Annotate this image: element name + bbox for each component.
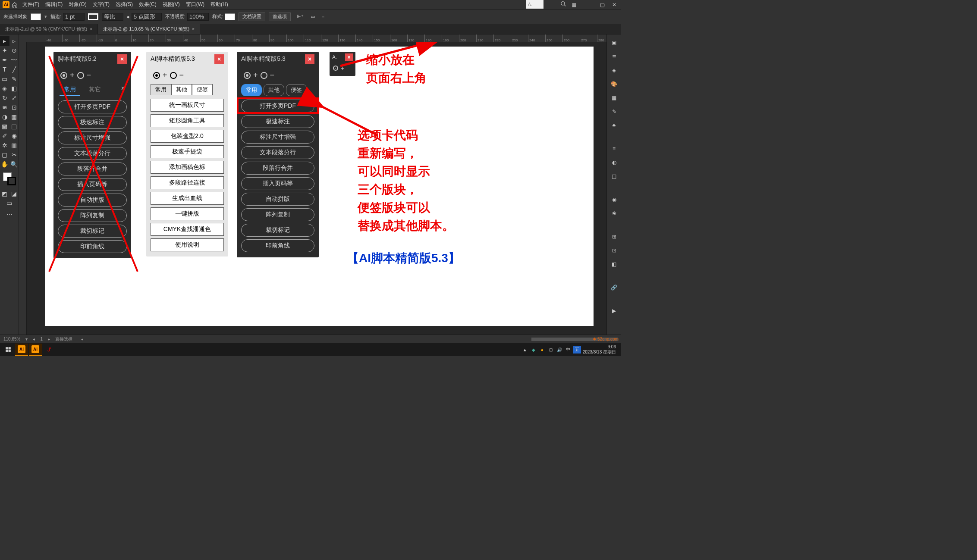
stroke-swatch[interactable] (88, 13, 98, 20)
close-icon[interactable]: × (192, 27, 195, 31)
close-button[interactable]: × (214, 54, 224, 64)
shape-builder-tool-icon[interactable]: ◑ (0, 112, 9, 122)
stroke-weight-input[interactable] (63, 13, 85, 21)
close-icon[interactable]: × (90, 27, 92, 31)
graphic-styles-panel-icon[interactable]: ❀ (609, 209, 619, 218)
script-button[interactable]: 裁切标记 (241, 224, 314, 237)
volume-icon[interactable]: 🔊 (556, 346, 563, 353)
opacity-input[interactable] (187, 13, 209, 21)
script-button[interactable]: 多段路径连接 (151, 176, 224, 189)
perspective-tool-icon[interactable]: ▦ (9, 112, 19, 122)
script-button[interactable]: 统一画板尺寸 (151, 99, 224, 112)
rotate-tool-icon[interactable]: ↻ (0, 93, 9, 103)
tab-common[interactable]: 常用 (241, 84, 262, 96)
doc-setup-button[interactable]: 文档设置 (239, 13, 265, 21)
appearance-panel-icon[interactable]: ◉ (609, 195, 619, 204)
eraser-tool-icon[interactable]: ◧ (9, 84, 19, 93)
menu-select[interactable]: 选择(S) (113, 0, 135, 9)
gradient-tool-icon[interactable]: ◫ (9, 122, 19, 131)
script-button[interactable]: 极速手提袋 (151, 145, 224, 158)
tray-icon[interactable]: ● (539, 346, 546, 353)
lasso-tool-icon[interactable]: ⊙ (9, 46, 19, 55)
brushes-panel-icon[interactable]: ✎ (609, 107, 619, 116)
curvature-tool-icon[interactable]: 〰 (9, 55, 19, 65)
direct-selection-tool-icon[interactable]: ▹ (9, 36, 19, 46)
libraries-panel-icon[interactable]: ◈ (609, 66, 619, 75)
tab-other[interactable]: 其他 (264, 84, 284, 96)
search-icon[interactable] (560, 1, 566, 8)
radio-option-1[interactable] (244, 72, 251, 79)
color-panel-icon[interactable]: 🎨 (609, 79, 619, 89)
taskbar-app-3[interactable]: ᔑ (43, 344, 56, 356)
panel-menu-icon[interactable]: ≡ (322, 14, 324, 19)
taskbar-illustrator-1[interactable]: Ai (15, 344, 28, 356)
layers-panel-icon[interactable]: ≣ (609, 52, 619, 61)
properties-panel-icon[interactable]: ▣ (609, 38, 619, 47)
graph-tool-icon[interactable]: ▥ (9, 141, 19, 150)
script-button[interactable]: 一键拼版 (151, 207, 224, 220)
tab-other[interactable]: 其他 (171, 84, 192, 95)
window-close-icon[interactable]: ✕ (610, 1, 619, 8)
preferences-button[interactable]: 首选项 (269, 13, 291, 21)
symbol-sprayer-icon[interactable]: ✲ (0, 141, 9, 150)
magic-wand-tool-icon[interactable]: ✦ (0, 46, 9, 55)
tab-common[interactable]: 常用 (151, 84, 171, 95)
script-button[interactable]: 阵列复制 (241, 208, 314, 221)
selection-tool-icon[interactable]: ▸ (0, 36, 9, 46)
menu-file[interactable]: 文件(F) (20, 0, 42, 9)
script-button[interactable]: 自动拼版 (241, 193, 314, 206)
zoom-level[interactable]: 110.65% (3, 337, 20, 341)
workspace-switcher-icon[interactable]: ▦ (572, 2, 576, 8)
script-button[interactable]: 使用说明 (151, 238, 224, 251)
window-minimize-icon[interactable]: ─ (586, 1, 594, 8)
links-panel-icon[interactable]: 🔗 (609, 283, 619, 292)
shaper-tool-icon[interactable]: ◈ (0, 84, 9, 93)
menu-object[interactable]: 对象(O) (66, 0, 89, 9)
menu-window[interactable]: 窗口(W) (183, 0, 207, 9)
transparency-panel-icon[interactable]: ◫ (609, 172, 619, 181)
home-icon[interactable] (10, 0, 19, 9)
script-button[interactable]: 极速标注 (241, 115, 314, 128)
gradient-panel-icon[interactable]: ◐ (609, 158, 619, 167)
canvas[interactable]: 脚本精简版5.2 × + − 常用 其它 » (19, 42, 606, 335)
script-button[interactable]: 标注尺寸增强 (241, 131, 314, 144)
menu-edit[interactable]: 编辑(E) (43, 0, 65, 9)
mesh-tool-icon[interactable]: ▩ (0, 122, 9, 131)
corner-minimized-panel[interactable]: A. (526, 0, 543, 9)
corner-input[interactable] (132, 13, 162, 21)
edit-toolbar-icon[interactable]: ⋯ (5, 210, 14, 219)
zoom-tool-icon[interactable]: 🔍 (9, 160, 19, 169)
blend-tool-icon[interactable]: ◉ (9, 131, 19, 141)
tab-notes[interactable]: 便签 (286, 84, 307, 96)
line-tool-icon[interactable]: ╱ (9, 65, 19, 74)
hand-tool-icon[interactable]: ✋ (0, 160, 9, 169)
menu-view[interactable]: 视图(V) (160, 0, 182, 9)
radio-option-1[interactable] (333, 66, 338, 71)
color-mode-icon[interactable]: ◩ (0, 189, 9, 198)
artboard-nav-next-icon[interactable]: ▸ (48, 337, 50, 341)
taskbar-illustrator-2[interactable]: Ai (29, 344, 42, 356)
window-maximize-icon[interactable]: ▢ (598, 1, 606, 8)
gradient-mode-icon[interactable]: ◪ (9, 189, 19, 198)
script-button[interactable]: 矩形圆角工具 (151, 114, 224, 127)
ime-icon-2[interactable]: 五 (573, 346, 581, 354)
tray-icon[interactable]: ⊡ (547, 346, 554, 353)
pen-tool-icon[interactable]: ✒ (0, 55, 9, 65)
panel-collapse-icon[interactable]: ▭ (311, 14, 315, 19)
align-panel-icon[interactable]: ⊞ (609, 232, 619, 241)
width-tool-icon[interactable]: ≋ (0, 103, 9, 112)
radio-option-1[interactable] (153, 72, 160, 79)
free-transform-tool-icon[interactable]: ⊡ (9, 103, 19, 112)
script-button[interactable]: 包装盒型2.0 (151, 130, 224, 143)
fill-swatch[interactable] (31, 13, 41, 20)
scale-tool-icon[interactable]: ⤢ (9, 93, 19, 103)
pathfinder-panel-icon[interactable]: ◧ (609, 260, 619, 269)
slice-tool-icon[interactable]: ✂ (9, 150, 19, 160)
artboard-nav-prev-icon[interactable]: ◂ (33, 337, 35, 341)
screen-mode-icon[interactable]: ▭ (5, 198, 14, 208)
script-button[interactable]: 插入页码等 (241, 177, 314, 190)
eyedropper-tool-icon[interactable]: ✐ (0, 131, 9, 141)
tray-icon[interactable]: ▲ (521, 346, 528, 353)
swatches-panel-icon[interactable]: ▦ (609, 93, 619, 103)
menu-help[interactable]: 帮助(H) (208, 0, 231, 9)
